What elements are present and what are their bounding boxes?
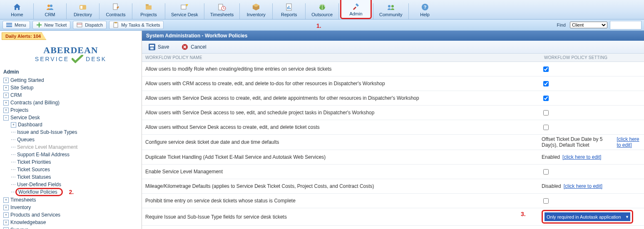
expand-icon[interactable]: + [3, 220, 9, 225]
expand-icon[interactable]: + [3, 108, 9, 113]
tree-item[interactable]: Timesheets [10, 197, 36, 203]
tree-item[interactable]: Ticket Sources [17, 167, 50, 172]
collapse-icon[interactable]: − [3, 115, 9, 121]
policy-checkbox[interactable] [543, 198, 549, 204]
expand-icon[interactable]: + [3, 93, 9, 98]
policy-dropdown[interactable]: Only required in Autotask application▼ [545, 212, 630, 221]
tree-item[interactable]: Queues [17, 137, 35, 143]
edit-link[interactable]: [click here to edit] [617, 136, 642, 148]
menu-button[interactable]: Menu [2, 21, 30, 29]
tree-item[interactable]: Ticket Statuses [17, 174, 51, 180]
expand-icon[interactable]: + [3, 100, 9, 106]
menu-label: Menu [15, 22, 26, 27]
tree-item[interactable]: Getting Started [10, 77, 44, 83]
ribbon-admin[interactable]: Admin [340, 0, 372, 19]
separator [373, 3, 373, 19]
ribbon-label: Home [11, 12, 23, 17]
expand-icon[interactable]: + [3, 197, 9, 203]
separator [165, 3, 165, 19]
policy-checkbox[interactable] [543, 125, 549, 130]
separator [66, 3, 67, 19]
policy-checkbox[interactable] [543, 81, 549, 86]
ribbon-home[interactable]: Home [2, 0, 32, 19]
document-pen-icon [112, 3, 120, 11]
svg-rect-7 [181, 5, 186, 9]
policy-checkbox[interactable] [543, 169, 549, 175]
policy-value-text: Offset Ticket Due Date by 5 Day(s), Defa… [542, 136, 612, 148]
column-headers: WORKFLOW POLICY NAME WORKFLOW POLICY SET… [142, 54, 644, 62]
ribbon-community[interactable]: Community [375, 0, 407, 19]
tree-item[interactable]: Dashboard [18, 122, 42, 128]
ribbon-label: Outsource [311, 12, 333, 17]
svg-rect-4 [113, 4, 117, 10]
edit-link[interactable]: [click here to edit] [562, 154, 601, 160]
expand-icon[interactable]: + [3, 205, 9, 210]
daily-alerts-tab[interactable]: Daily Alerts: 104 [2, 32, 46, 40]
tree-item[interactable]: Inventory [10, 204, 31, 210]
tree-item[interactable]: Products and Services [10, 212, 60, 218]
tree-item-workflow-policies[interactable]: Workflow Policies [18, 189, 57, 195]
ribbon-timesheets[interactable]: Timesheets [206, 0, 238, 19]
policy-checkbox[interactable] [543, 110, 549, 116]
cancel-label: Cancel [191, 44, 206, 50]
ribbon-help[interactable]: ? Help [410, 0, 440, 19]
find-input[interactable] [610, 21, 642, 30]
tree-item[interactable]: Contracts (and Billing) [10, 100, 60, 106]
svg-rect-28 [150, 47, 154, 49]
find-type-select[interactable]: Client [570, 22, 607, 28]
tree-item[interactable]: Knowledgebase [10, 219, 46, 225]
tree-item[interactable]: Surveys [10, 227, 28, 229]
policy-setting [542, 94, 644, 102]
tree-item[interactable]: Projects [10, 107, 28, 113]
ribbon-outsource[interactable]: Outsource [307, 0, 337, 19]
ribbon-contracts[interactable]: Contracts [101, 0, 131, 19]
policy-name: Duplicate Ticket Handling (Add Ticket E-… [142, 154, 542, 160]
policy-setting: Offset Ticket Due Date by 5 Day(s), Defa… [542, 136, 644, 148]
ribbon-label: Community [379, 12, 403, 17]
ribbon-projects[interactable]: Projects [134, 0, 164, 19]
new-ticket-button[interactable]: New Ticket [32, 21, 71, 29]
expand-icon[interactable]: + [3, 212, 9, 218]
ribbon-label: Contracts [106, 12, 125, 17]
policy-name: Allow users with Service Desk access to … [142, 95, 542, 101]
expand-icon[interactable]: + [11, 122, 16, 128]
brand-line1: ABERDEAN [4, 45, 137, 56]
policy-checkbox[interactable] [543, 96, 549, 101]
dispatch-button[interactable]: Dispatch [73, 21, 107, 29]
my-tasks-label: My Tasks & Tickets [121, 22, 160, 27]
tree-item[interactable]: Ticket Priorities [17, 159, 51, 165]
tree-item[interactable]: CRM [10, 92, 22, 98]
policy-name: Allow users with CRM access to create, e… [142, 81, 542, 86]
cancel-button[interactable]: Cancel [178, 42, 209, 52]
expand-icon[interactable]: + [3, 85, 9, 91]
ribbon-reports[interactable]: Reports [274, 0, 304, 19]
expand-icon[interactable]: + [3, 227, 9, 229]
tree-item[interactable]: Site Setup [10, 85, 33, 91]
box-icon [252, 3, 260, 11]
ribbon-crm[interactable]: CRM [35, 0, 65, 19]
ribbon-directory[interactable]: Directory [68, 0, 98, 19]
ribbon-service-desk[interactable]: Service Desk [167, 0, 203, 19]
tree-item[interactable]: User-Defined Fields [17, 182, 61, 187]
rolodex-icon [79, 3, 87, 11]
policy-checkbox[interactable] [543, 66, 549, 72]
ribbon-inventory[interactable]: Inventory [241, 0, 271, 19]
my-tasks-button[interactable]: My Tasks & Tickets [109, 21, 164, 29]
cancel-icon [182, 44, 188, 50]
save-button[interactable]: Save [145, 42, 172, 52]
svg-rect-25 [114, 22, 117, 23]
policy-setting [542, 65, 644, 73]
content-pane: System Administration - Workflow Policie… [142, 31, 644, 229]
plus-icon [36, 22, 42, 28]
clock-sheet-icon [218, 3, 226, 11]
policy-setting: Enabled [click here to edit] [542, 154, 644, 160]
tree-item[interactable]: Issue and Sub-Issue Types [17, 129, 77, 135]
policy-setting [542, 80, 644, 88]
policy-name: Enable Service Level Management [142, 169, 542, 175]
find-label: Find [557, 22, 566, 27]
edit-link[interactable]: [click here to edit] [564, 183, 602, 189]
tree-item[interactable]: Support E-Mail Address [17, 152, 70, 158]
policy-name: Configure service desk ticket due date a… [142, 139, 542, 145]
tree-item-service-desk[interactable]: Service Desk [10, 115, 40, 121]
expand-icon[interactable]: + [3, 78, 9, 83]
